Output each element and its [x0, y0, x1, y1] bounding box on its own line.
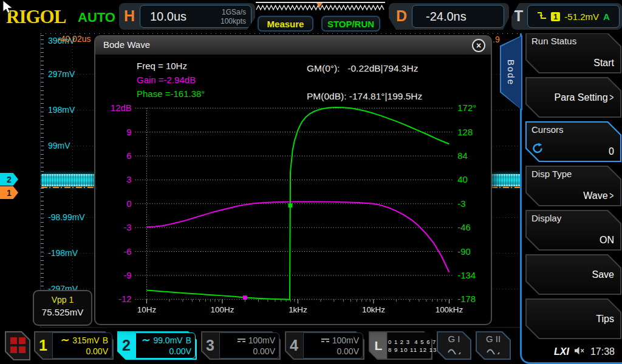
dialog-title: Bode Wave: [103, 39, 150, 50]
channel4-status[interactable]: 4 100mV 0.00V: [285, 331, 364, 360]
channel1-status[interactable]: 1 315mV B 0.00V: [34, 331, 114, 360]
menu-grid-icon: [10, 346, 17, 353]
readout-phase: Phase =-161.38°: [137, 89, 205, 99]
bode-tab[interactable]: Bode: [500, 35, 522, 110]
channel3-status[interactable]: 3 100mV 0.00V: [201, 331, 281, 360]
svg-text:-12: -12: [118, 294, 132, 304]
channel3-offset: 0.00V: [220, 346, 275, 357]
channel4-scale: 100mV: [332, 335, 359, 345]
v-scale-label: -198mV: [48, 248, 78, 258]
sidebar-button-disp-type[interactable]: Disp Type Wave>: [525, 166, 621, 206]
close-icon[interactable]: ×: [472, 39, 485, 52]
memory-depth: 100kpts: [220, 17, 246, 25]
svg-text:100Hz: 100Hz: [211, 305, 234, 314]
timebase-value: 10.0us: [150, 10, 186, 24]
svg-text:10Hz: 10Hz: [137, 305, 157, 314]
logic-channels-row2: 8 9 10 11 12 13 14 15: [388, 346, 431, 353]
menu-grid-icon: [10, 337, 17, 344]
sidebar-button-tips[interactable]: Tips: [525, 298, 621, 339]
mouse-cursor: [2, 0, 15, 15]
bode-menu-sidebar: Bode Run Status Start Para Setting> Curs…: [520, 25, 622, 364]
trigger-status-badge: AUTO: [78, 10, 115, 25]
channel1-offset: 0.00V: [53, 346, 108, 357]
svg-text:-6: -6: [123, 247, 131, 257]
gen1-label: G: [448, 334, 455, 344]
channel1-bwlimit: B: [103, 335, 108, 345]
waveform-overview-strip[interactable]: [255, 1, 386, 13]
delay-panel[interactable]: D -24.0ns: [389, 3, 509, 30]
sidebar-button-para-setting[interactable]: Para Setting>: [525, 77, 621, 118]
sine-wave-icon: [476, 346, 511, 357]
channel1-number: 1: [34, 331, 52, 360]
dialog-titlebar[interactable]: Bode Wave ×: [95, 36, 491, 55]
sidebar-button-save[interactable]: Save: [525, 254, 621, 295]
menu-button[interactable]: [5, 331, 30, 360]
h-label: H: [124, 7, 135, 25]
sidebar-button-display[interactable]: Display ON: [525, 210, 621, 251]
v-scale-label: 297mV: [48, 69, 75, 79]
time-offset-label: -40.02us: [58, 34, 91, 44]
v-scale-label: 198mV: [48, 105, 75, 115]
svg-text:172°: 172°: [457, 103, 476, 113]
dc-coupling-icon: [321, 339, 329, 344]
measurement-panel-vpp1: Vpp 1 75.525mV: [33, 290, 92, 326]
svg-text:9: 9: [126, 127, 131, 137]
bode-tab-label: Bode: [500, 35, 522, 110]
v-scale-label: -98.99mV: [48, 212, 85, 222]
svg-text:0: 0: [126, 199, 131, 209]
sidebar-button-cursors[interactable]: Cursors 0: [525, 121, 621, 162]
measure-button[interactable]: Measure: [258, 16, 313, 32]
logic-analyzer-status[interactable]: L 0 1 2 3 4 5 6 7 8 9 10 11 12 13 14 15: [369, 331, 432, 360]
logic-channels-row1: 0 1 2 3 4 5 6 7: [388, 339, 431, 345]
svg-text:100kHz: 100kHz: [436, 305, 463, 314]
v-scale-label: 99mV: [48, 141, 70, 150]
clock: 17:38: [590, 346, 615, 357]
trigger-level: -51.2mV: [564, 12, 599, 22]
trigger-source-badge: 1: [551, 12, 560, 21]
time-offset-right-fragment: .9: [493, 35, 500, 44]
channel1-position-marker[interactable]: 1: [0, 186, 18, 199]
measurement-value: 75.525mV: [34, 307, 91, 317]
readout-frequency: Freq = 10Hz: [137, 61, 187, 71]
svg-text:-90: -90: [457, 247, 471, 257]
stop-run-button[interactable]: STOP/RUN: [321, 16, 380, 32]
channel4-offset: 0.00V: [304, 346, 359, 357]
gen2-label: G: [486, 334, 493, 344]
svg-text:-134: -134: [457, 271, 476, 280]
trigger-sweep-mode: A: [603, 12, 610, 22]
svg-text:-3: -3: [457, 199, 465, 209]
svg-text:3: 3: [126, 175, 131, 184]
top-status-bar: RIGOL AUTO H 10.0us 1GSa/s 100kpts Measu…: [0, 0, 622, 33]
horizontal-timebase-panel[interactable]: H 10.0us 1GSa/s 100kpts: [119, 3, 255, 30]
ac-coupling-icon: [142, 335, 150, 345]
svg-text:-46: -46: [457, 223, 471, 232]
svg-text:128: 128: [457, 127, 473, 137]
gen2-number: II: [496, 334, 501, 344]
channel2-position-marker[interactable]: 2: [0, 173, 18, 186]
svg-text:10kHz: 10kHz: [362, 305, 385, 314]
t-label: T: [514, 7, 523, 25]
generator1-button[interactable]: G I: [437, 331, 471, 360]
ac-coupling-icon: [61, 335, 69, 345]
channel2-offset: 0.00V: [136, 346, 191, 357]
menu-grid-icon: [19, 337, 26, 344]
delay-value: -24.0ns: [426, 10, 466, 24]
channel2-status[interactable]: 2 99.0mV B 0.00V: [117, 331, 197, 360]
readout-phase-margin: PM(0dB): -174.81°|199.5Hz: [307, 91, 422, 102]
trigger-panel[interactable]: T 1 -51.2mV A: [511, 3, 622, 30]
measurement-label: Vpp 1: [34, 295, 91, 305]
chevron-right-icon: >: [609, 190, 613, 201]
readout-gain: Gain =-2.94dB: [137, 75, 196, 85]
svg-text:12dB: 12dB: [111, 103, 132, 113]
svg-text:6: 6: [126, 151, 131, 161]
chevron-right-icon: >: [609, 92, 613, 103]
svg-text:-9: -9: [123, 271, 131, 280]
lxi-indicator: LXI: [554, 346, 569, 357]
generator2-button[interactable]: G II: [476, 331, 511, 360]
channel4-number: 4: [285, 331, 303, 360]
sidebar-button-run-status[interactable]: Run Status Start: [525, 33, 621, 73]
rotate-ccw-icon: [531, 143, 544, 157]
dc-coupling-icon: [238, 339, 245, 344]
channel2-scale: 99.0mV: [153, 335, 182, 345]
falling-edge-trigger-icon: [537, 11, 547, 22]
